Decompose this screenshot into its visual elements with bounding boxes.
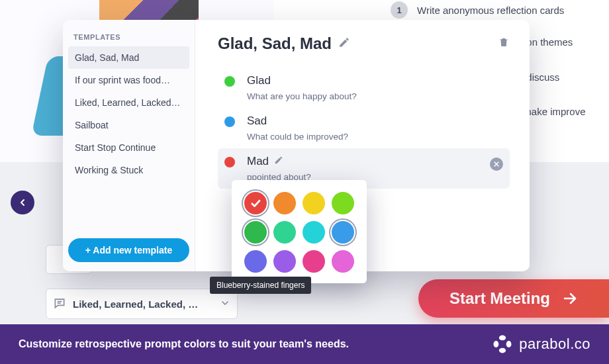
add-template-button[interactable]: + Add new template (68, 238, 189, 262)
color-swatch[interactable] (244, 192, 267, 214)
start-meeting-label: Start Meeting (449, 289, 550, 308)
templates-header: TEMPLATES (63, 26, 195, 46)
prompt-color-dot[interactable] (224, 76, 235, 87)
brand: parabol.co (492, 334, 590, 354)
template-item-glad-sad-mad[interactable]: Glad, Sad, Mad (68, 46, 189, 69)
template-title: Glad, Sad, Mad (218, 34, 332, 53)
start-meeting-button[interactable]: Start Meeting (418, 279, 609, 318)
template-dropdown-label: Liked, Learned, Lacked, … (73, 298, 198, 310)
color-swatch[interactable] (273, 221, 296, 244)
template-item-start-stop[interactable]: Start Stop Continue (68, 136, 189, 159)
template-item-working-stuck[interactable]: Working & Stuck (68, 159, 189, 181)
back-button[interactable] (11, 191, 34, 214)
color-tooltip-text: Blueberry-stained fingers (216, 281, 304, 290)
add-template-label: + Add new template (85, 245, 172, 255)
footer-text: Customize retrospective prompt colors to… (19, 338, 349, 350)
edit-prompt-button[interactable] (274, 155, 283, 168)
template-title-row: Glad, Sad, Mad (218, 34, 510, 53)
pencil-icon (274, 156, 283, 165)
svg-point-8 (506, 341, 512, 347)
chevron-left-icon (17, 197, 28, 208)
arrow-right-icon (562, 291, 578, 306)
step-1-number: 1 (391, 1, 408, 19)
svg-point-9 (499, 348, 506, 353)
prompt-color-dot[interactable] (224, 157, 235, 167)
step-1: 1 Write anonymous reflection cards (391, 1, 564, 19)
color-swatch[interactable] (244, 250, 267, 273)
color-swatch[interactable] (273, 192, 296, 214)
color-picker-popover (232, 180, 367, 283)
parabol-logo-icon (492, 334, 512, 354)
color-swatch[interactable] (332, 192, 354, 214)
color-swatch[interactable] (244, 221, 267, 244)
chat-icon (53, 296, 66, 312)
template-item-sprint-food[interactable]: If our sprint was food… (68, 69, 189, 91)
edit-title-button[interactable] (338, 36, 350, 51)
pencil-icon (338, 36, 350, 48)
prompt-name: Mad (247, 155, 269, 168)
prompt-name: Sad (247, 114, 267, 128)
template-list: Glad, Sad, Mad If our sprint was food… L… (63, 46, 195, 232)
prompt-name: Glad (247, 74, 271, 87)
prompt-sad[interactable]: Sad What could be improved? (218, 108, 510, 148)
color-swatch[interactable] (332, 250, 354, 273)
svg-point-10 (494, 341, 499, 347)
prompt-desc: What are you happy about? (247, 91, 357, 101)
footer-band: Customize retrospective prompt colors to… (0, 324, 609, 364)
prompt-glad[interactable]: Glad What are you happy about? (218, 68, 510, 108)
step-1-text: Write anonymous reflection cards (417, 5, 564, 16)
color-tooltip: Blueberry-stained fingers (210, 277, 311, 294)
prompt-color-dot[interactable] (224, 116, 235, 127)
brand-text: parabol.co (519, 336, 590, 353)
trash-icon (498, 36, 510, 48)
color-swatch[interactable] (303, 192, 325, 214)
template-item-sailboat[interactable]: Sailboat (68, 114, 189, 136)
prompt-desc: What could be improved? (247, 132, 348, 142)
color-swatch[interactable] (332, 221, 354, 244)
delete-template-button[interactable] (498, 36, 510, 51)
color-swatch[interactable] (303, 250, 325, 273)
check-icon (250, 197, 261, 209)
remove-prompt-button[interactable] (490, 158, 503, 171)
template-sidebar: TEMPLATES Glad, Sad, Mad If our sprint w… (63, 20, 195, 271)
chevron-down-icon (220, 298, 230, 310)
color-swatch[interactable] (303, 221, 325, 244)
color-swatch[interactable] (273, 250, 296, 273)
svg-point-7 (499, 336, 506, 341)
template-item-liked-learned[interactable]: Liked, Learned, Lacked, … (68, 91, 189, 114)
prompt-list: Glad What are you happy about? Sad What … (218, 68, 510, 189)
template-dropdown[interactable]: Liked, Learned, Lacked, … (46, 289, 238, 319)
close-icon (493, 161, 500, 167)
